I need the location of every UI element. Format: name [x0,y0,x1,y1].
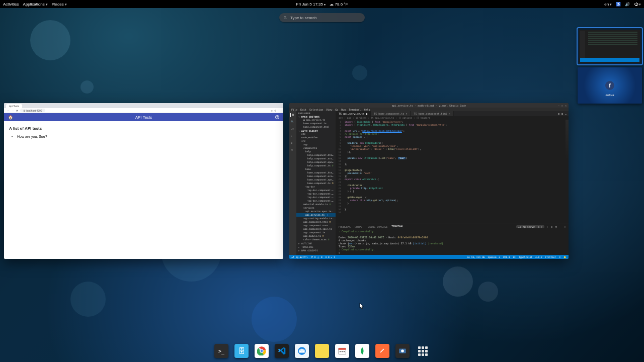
menu-item-edit[interactable]: Edit [300,108,306,111]
tree-item[interactable]: top-bar.component.scss [296,192,336,196]
tree-item[interactable]: home [296,167,336,171]
workspace-thumb-1[interactable] [578,28,642,64]
tree-item[interactable]: app.component.spec.ts [296,227,336,231]
code-content[interactable]: import { Injectable } from '@angular/cor… [343,120,569,224]
open-editor-item[interactable]: ● api.service.ts [296,118,336,122]
window-maximize-icon[interactable]: ▢ [561,104,563,107]
panel-tab-problems[interactable]: PROBLEMS [339,225,351,228]
tree-item[interactable]: help.component.ts [296,164,336,167]
search-icon[interactable]: 🔍 [291,120,295,124]
status-item[interactable]: LF [513,256,516,258]
activities-button[interactable]: Activities [3,2,19,7]
tree-item[interactable]: help.component.scss [296,157,336,160]
weather-indicator[interactable]: ☁ 78.6 °F [330,2,348,7]
browser-tab[interactable]: Api Tests [6,104,22,108]
menu-item-file[interactable]: File [291,108,297,111]
menu-item-help[interactable]: Help [364,108,370,111]
tree-item[interactable]: home.component.ts [296,182,336,185]
dock-chrome[interactable] [255,344,269,358]
nav-forward-icon[interactable]: → [12,109,14,112]
panel-tabs[interactable]: PROBLEMSOUTPUTDEBUG CONSOLETERMINAL1: ng… [336,224,569,229]
editor-area[interactable]: 1234567891011121314151617181920212223242… [336,120,569,224]
menu-item-go[interactable]: Go [335,108,338,111]
tree-item[interactable]: top-bar [296,185,336,189]
dock-thunderbird[interactable] [295,344,309,358]
open-editors-header[interactable]: ▾ OPEN EDITORS [296,115,336,118]
run-debug-icon[interactable]: ▷ [291,134,295,138]
dock-files[interactable]: 🗄 [234,344,249,358]
home-icon[interactable]: 🏠 [8,115,13,120]
menu-item-view[interactable]: View [326,108,332,111]
applications-menu[interactable]: Applications [23,2,48,7]
tree-item[interactable]: api.service.ts [296,213,336,217]
dock-robo3t[interactable] [355,344,369,358]
panel-action-icon[interactable]: ˄ [560,225,561,228]
open-editor-item[interactable]: home.component.html [296,125,336,129]
status-item[interactable]: TypeScript [519,256,532,258]
tree-item[interactable]: help [296,150,336,153]
window-minimize-icon[interactable]: — [558,104,559,107]
tree-item[interactable]: app-routing.module.ts [296,217,336,220]
extensions-icon[interactable]: ▣ [291,141,295,145]
accessibility-icon[interactable]: ♿ [616,2,621,7]
tab-action-icon[interactable]: ▣ [561,112,563,115]
status-item[interactable]: ⎇ ng-auth*+ [291,256,308,258]
dock-terminal[interactable]: >_ [214,344,228,358]
editor-tab[interactable]: TS home.component.ts × [371,111,411,116]
tree-item[interactable]: top-bar.component.html [296,189,336,192]
menu-item-run[interactable]: Run [341,108,346,111]
tree-item[interactable]: components [296,146,336,150]
terminal-output[interactable]: : Compiled successfully. Date: 2020-06-0… [336,229,569,255]
dock-vscode[interactable] [275,344,289,358]
workspace-switcher[interactable]: f fedora [578,28,642,104]
dock-notes[interactable] [315,344,329,358]
panel-tab-output[interactable]: OUTPUT [355,225,364,228]
panel-action-icon[interactable]: ▥ [551,225,552,228]
tab-action-icon[interactable]: ▥ [558,112,559,115]
menu-item-selection[interactable]: Selection [309,108,323,111]
tree-item[interactable]: home.component.html [296,171,336,174]
tree-item[interactable]: services [296,206,336,210]
editor-tab[interactable]: TS api.service.ts● [336,111,371,116]
tab-action-icon[interactable]: … [565,112,567,115]
volume-icon[interactable]: 🔊 [625,2,630,7]
activity-bar[interactable]: 🗎 🔍 ⎇ ▷ ▣ ⟲ [289,111,296,255]
tree-item[interactable]: app.component.html [296,220,336,224]
breadcrumb-segment[interactable]: app [347,117,351,119]
address-bar[interactable]: ① localhost:4200 [20,109,45,112]
tree-item[interactable]: top-bar.component.spec.ts [296,196,336,199]
nav-reload-icon[interactable]: ⟳ [16,109,18,112]
source-control-icon[interactable]: ⎇ [291,127,295,131]
status-bar[interactable]: ⎇ ng-auth*+⟳ 0 ⭳ 0✖ 0 ⚠ 1 Ln 13, Col 46S… [289,255,569,259]
panel-action-icon[interactable]: 🗑 [555,225,557,228]
tree-item[interactable]: app.module.ts [296,234,336,238]
breadcrumb-segment[interactable]: [] headers [417,117,430,119]
dock[interactable]: >_ 🗄 [210,342,434,360]
editor-tab[interactable]: TS home.component.html × [411,111,453,116]
tree-item[interactable]: app.component.ts [296,231,336,234]
extension-icons[interactable]: ★⚙⋮ [269,109,280,112]
window-browser[interactable]: Api Tests ← → ⟳ ① localhost:4200 ★⚙⋮ 🏠 A… [4,103,283,259]
power-menu[interactable]: ⏻ [634,2,641,7]
tree-item[interactable]: material.module.ts [296,203,336,206]
outline-header[interactable]: ▸ OUTLINE [296,241,336,245]
menu-item-terminal[interactable]: Terminal [349,108,361,111]
status-item[interactable]: UTF-8 [503,256,510,258]
bottom-panel[interactable]: PROBLEMSOUTPUTDEBUG CONSOLETERMINAL1: ng… [336,224,569,255]
status-item[interactable]: 4.0.2 [535,256,542,258]
tree-item[interactable]: home.component.spec.ts [296,178,336,182]
editor-tabs[interactable]: TS api.service.ts●TS home.component.ts ×… [336,111,569,116]
tree-item[interactable]: app [296,143,336,146]
dock-postman[interactable] [375,344,389,358]
status-item[interactable]: Prettier [545,256,556,258]
panel-action-icon[interactable]: ✕ [564,225,566,228]
dock-show-applications[interactable] [416,344,430,358]
breadcrumb-segment[interactable]: TS api.service.ts [371,117,394,119]
status-item[interactable]: Ln 13, Col 46 [467,256,485,258]
panel-tab-terminal[interactable]: TERMINAL [391,225,404,228]
project-header[interactable]: ▾ AUTH-CLIENT [296,129,336,132]
nav-back-icon[interactable]: ← [7,109,10,112]
dock-screenshot[interactable] [395,344,410,358]
status-item[interactable]: ☺ [559,256,560,258]
minimap[interactable] [566,120,569,160]
